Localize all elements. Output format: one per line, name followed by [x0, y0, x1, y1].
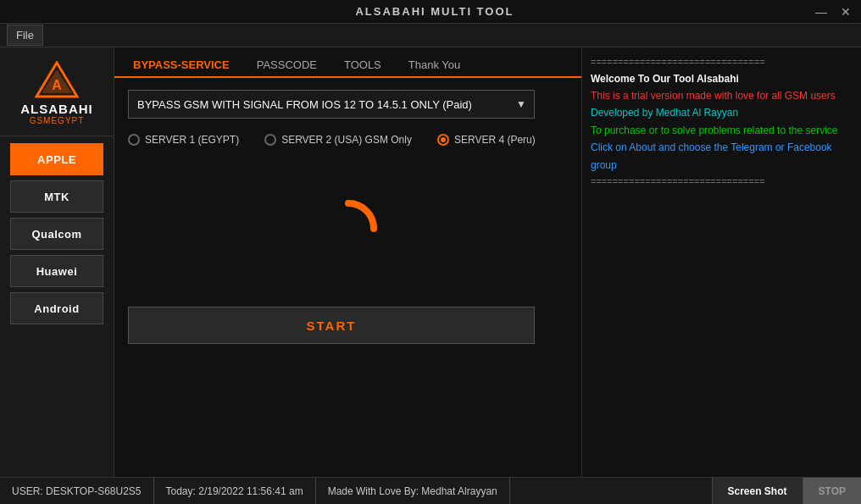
right-line-developer: Developed by Medhat Al Rayyan: [591, 104, 853, 121]
sidebar-item-mtk[interactable]: MTK: [10, 180, 103, 213]
file-menu[interactable]: File: [7, 25, 43, 46]
tab-tools[interactable]: TOOLS: [332, 55, 393, 78]
logo-icon: A: [35, 61, 79, 98]
server4-radio[interactable]: SERVER 4 (Peru): [437, 134, 536, 146]
right-line-purchase: To purchase or to solve problems related…: [591, 122, 853, 139]
server2-radio-circle: [264, 134, 276, 146]
menubar: File: [0, 24, 861, 47]
status-credit: Made With Love By: Medhat Alrayyan: [316, 478, 510, 504]
server1-label: SERVER 1 (EGYPT): [145, 134, 239, 146]
content-area: BYPASS-SERVICE PASSCODE TOOLS Thank You …: [114, 47, 581, 477]
right-dashes-bottom: ================================: [591, 174, 853, 190]
server4-label: SERVER 4 (Peru): [454, 134, 536, 146]
service-dropdown[interactable]: BYPASS GSM WITH SIGNAL FROM IOS 12 TO 14…: [128, 90, 535, 119]
sidebar-item-android[interactable]: Android: [10, 292, 103, 324]
dropdown-row: BYPASS GSM WITH SIGNAL FROM IOS 12 TO 14…: [128, 90, 568, 119]
titlebar-title: ALSABAHI MULTI TOOL: [58, 5, 812, 18]
right-panel: ================================ Welcome…: [581, 47, 861, 477]
spinner-area: [128, 161, 568, 296]
status-user: USER: DESKTOP-S68U2S5: [0, 478, 154, 504]
svg-text:A: A: [52, 78, 62, 92]
right-line-trial: This is a trial version made with love f…: [591, 87, 853, 104]
main-layout: A ALSABAHI GSMEGYPT APPLE MTK Qualcom Hu…: [0, 47, 861, 477]
titlebar: ALSABAHI MULTI TOOL — ✕: [0, 0, 861, 24]
sidebar-item-huawei[interactable]: Huawei: [10, 255, 103, 287]
sidebar-item-qualcom[interactable]: Qualcom: [10, 218, 103, 250]
dropdown-wrapper: BYPASS GSM WITH SIGNAL FROM IOS 12 TO 14…: [128, 90, 535, 119]
sidebar-item-apple[interactable]: APPLE: [10, 143, 103, 175]
right-dashes-top: ================================: [591, 54, 853, 70]
close-button[interactable]: ✕: [837, 6, 854, 18]
server4-radio-circle: [437, 134, 449, 146]
minimize-button[interactable]: —: [812, 6, 830, 18]
tab-passcode[interactable]: PASSCODE: [245, 55, 329, 78]
server1-radio[interactable]: SERVER 1 (EGYPT): [128, 134, 239, 146]
start-button[interactable]: START: [128, 307, 535, 344]
stop-button[interactable]: STOP: [803, 478, 861, 504]
statusbar: USER: DESKTOP-S68U2S5 Today: 2/19/2022 1…: [0, 477, 861, 504]
server2-label: SERVER 2 (USA) GSM Only: [281, 134, 412, 146]
screenshot-button[interactable]: Screen Shot: [712, 478, 803, 504]
tabs: BYPASS-SERVICE PASSCODE TOOLS Thank You: [114, 47, 581, 78]
sidebar: A ALSABAHI GSMEGYPT APPLE MTK Qualcom Hu…: [0, 47, 114, 477]
status-date: Today: 2/19/2022 11:56:41 am: [154, 478, 316, 504]
titlebar-controls: — ✕: [812, 6, 854, 18]
server-row: SERVER 1 (EGYPT) SERVER 2 (USA) GSM Only…: [128, 134, 568, 146]
tab-content: BYPASS GSM WITH SIGNAL FROM IOS 12 TO 14…: [114, 78, 581, 477]
right-line-welcome: Welcome To Our Tool Alsabahi: [591, 70, 853, 87]
right-line-click: Click on About and choose the Telegram o…: [591, 139, 853, 174]
server2-radio[interactable]: SERVER 2 (USA) GSM Only: [264, 134, 412, 146]
logo-area: A ALSABAHI GSMEGYPT: [0, 54, 114, 136]
loading-spinner: [314, 195, 382, 263]
logo-brand: ALSABAHI: [20, 102, 93, 116]
tab-bypass[interactable]: BYPASS-SERVICE: [121, 55, 242, 78]
server1-radio-circle: [128, 134, 140, 146]
logo-sub: GSMEGYPT: [30, 116, 85, 125]
tab-thankyou[interactable]: Thank You: [397, 55, 472, 78]
